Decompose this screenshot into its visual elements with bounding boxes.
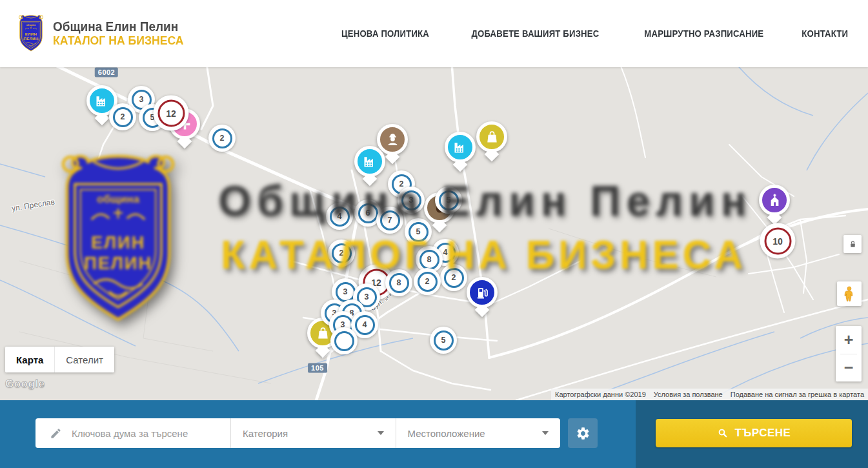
cluster-marker[interactable]: 2	[328, 239, 355, 267]
cluster-count: 4	[355, 315, 375, 335]
factory-icon	[361, 153, 379, 170]
cluster-marker[interactable]: 10	[760, 223, 796, 259]
main-nav: ЦЕНОВА ПОЛИТИКАДОБАВЕТЕ ВАШИЯТ БИЗНЕСМАР…	[334, 28, 852, 39]
cluster-count	[334, 331, 354, 351]
map-type-satellite-button[interactable]: Сателит	[54, 347, 114, 372]
factory-marker[interactable]	[354, 146, 385, 177]
cluster-count: 5	[434, 331, 454, 351]
cluster-marker[interactable]: 5	[435, 187, 462, 214]
cluster-count: 5	[409, 222, 429, 242]
cluster-count: 8	[419, 250, 439, 270]
zoom-in-button[interactable]: +	[836, 326, 862, 354]
search-box: Категория Местоположение	[35, 418, 560, 448]
pencil-icon	[50, 427, 62, 440]
brand-title: Община Елин Пелин	[53, 19, 179, 34]
cluster-count: 10	[764, 227, 791, 254]
cluster-count: 3	[401, 190, 421, 210]
road-shield-label: 105	[308, 363, 327, 373]
church-marker[interactable]	[759, 185, 790, 216]
brand[interactable]: община ЕЛИН ПЕЛИН Община Елин Пелин КАТА…	[16, 14, 187, 53]
pegman-button[interactable]	[837, 281, 862, 306]
cluster-count: 7	[380, 210, 400, 230]
marker-head	[354, 146, 385, 177]
cluster-marker[interactable]: 2	[414, 268, 441, 295]
map-canvas[interactable]: 3251222354675248212823338345106002105ул.…	[0, 67, 868, 400]
brand-subtitle: КАТАЛОГ НА БИЗНЕСА	[53, 34, 184, 48]
map-attribution: Картографски данни ©2019Условия за ползв…	[551, 389, 868, 400]
cluster-count: 6	[358, 203, 378, 223]
cluster-marker[interactable]: 2	[440, 264, 467, 291]
cluster-marker[interactable]: 2	[109, 103, 136, 130]
header: община ЕЛИН ПЕЛИН Община Елин Пелин КАТА…	[0, 0, 868, 67]
factory-icon	[94, 92, 111, 110]
zoom-out-button[interactable]: −	[836, 354, 862, 382]
cluster-count: 2	[418, 272, 438, 292]
search-panel: Категория Местоположение ТЪРСЕНЕ	[0, 400, 868, 468]
nav-item[interactable]: ДОБАВЕТЕ ВАШИЯТ БИЗНЕС	[471, 28, 599, 39]
cluster-count: 2	[332, 243, 352, 263]
marker-head	[467, 277, 498, 308]
church-icon	[766, 192, 783, 209]
chevron-down-icon	[378, 431, 384, 435]
cluster-count: 2	[113, 107, 133, 127]
cluster-count: 12	[157, 99, 185, 127]
keyword-field[interactable]	[35, 418, 230, 448]
cluster-marker[interactable]: 2	[208, 125, 236, 152]
attribution-link[interactable]: Подаване на сигнал за грешка в картата	[731, 391, 864, 398]
cluster-marker[interactable]: 7	[376, 207, 403, 234]
cluster-count: 5	[439, 190, 459, 210]
shopping-bag-icon	[483, 128, 501, 146]
cluster-count: 4	[330, 207, 350, 227]
marker-head	[759, 185, 790, 216]
pegman-icon	[841, 285, 858, 302]
marker-head	[445, 132, 476, 163]
streetview-lock-button[interactable]	[843, 235, 862, 253]
nav-item[interactable]: ЦЕНОВА ПОЛИТИКА	[341, 28, 429, 39]
cluster-marker[interactable]	[330, 327, 358, 354]
google-logo[interactable]: Google	[5, 378, 45, 391]
fuel-marker[interactable]	[467, 277, 498, 308]
zoom-control: + −	[836, 326, 862, 382]
cluster-marker[interactable]: 5	[430, 327, 457, 354]
factory-icon	[452, 139, 469, 156]
lock-icon	[847, 239, 858, 250]
cluster-count: 3	[336, 282, 356, 302]
crest-graphic: община ЕЛИН ПЕЛИН	[16, 14, 46, 53]
nav-item[interactable]: МАРШРУТНО РАЗПИСАНИЕ	[644, 28, 763, 39]
cluster-count: 2	[444, 268, 464, 288]
factory-marker[interactable]	[445, 132, 476, 163]
cluster-count: 2	[212, 128, 232, 148]
marker-head	[476, 121, 507, 152]
map-type-map-button[interactable]: Карта	[5, 347, 54, 372]
cluster-count: 8	[389, 273, 409, 293]
cluster-marker[interactable]: 8	[385, 269, 412, 296]
cluster-marker[interactable]: 3	[398, 187, 425, 214]
chevron-down-icon	[542, 431, 549, 435]
svg-text:ЕЛИН: ЕЛИН	[25, 32, 37, 36]
category-select[interactable]: Категория	[230, 418, 396, 448]
svg-text:община: община	[26, 24, 36, 26]
attribution-text: Картографски данни ©2019	[555, 391, 646, 398]
worker-icon	[384, 131, 401, 148]
road-shield-label: 6002	[95, 68, 118, 77]
fuel-pump-icon	[474, 284, 491, 301]
nav-item[interactable]: КОНТАКТИ	[802, 28, 848, 39]
map-type-control: КартаСателит	[5, 347, 114, 372]
search-icon	[717, 427, 729, 439]
location-select[interactable]: Местоположение	[396, 418, 561, 448]
category-value: Категория	[243, 428, 288, 439]
svg-text:ПЕЛИН: ПЕЛИН	[23, 37, 38, 41]
municipality-crest-logo: община ЕЛИН ПЕЛИН	[16, 14, 46, 53]
search-button-label: ТЪРСЕНЕ	[735, 427, 791, 440]
location-value: Местоположение	[408, 428, 485, 439]
attribution-link[interactable]: Условия за ползване	[654, 391, 723, 398]
keyword-input[interactable]	[70, 427, 219, 440]
bag-marker[interactable]	[476, 121, 507, 152]
advanced-search-button[interactable]	[568, 418, 598, 448]
cluster-marker[interactable]: 12	[154, 96, 189, 131]
cluster-marker[interactable]: 4	[326, 203, 353, 230]
gear-icon	[576, 426, 590, 441]
brand-text: Община Елин Пелин КАТАЛОГ НА БИЗНЕСА	[53, 19, 187, 48]
cluster-marker[interactable]: 5	[405, 218, 432, 245]
search-button[interactable]: ТЪРСЕНЕ	[656, 419, 852, 447]
